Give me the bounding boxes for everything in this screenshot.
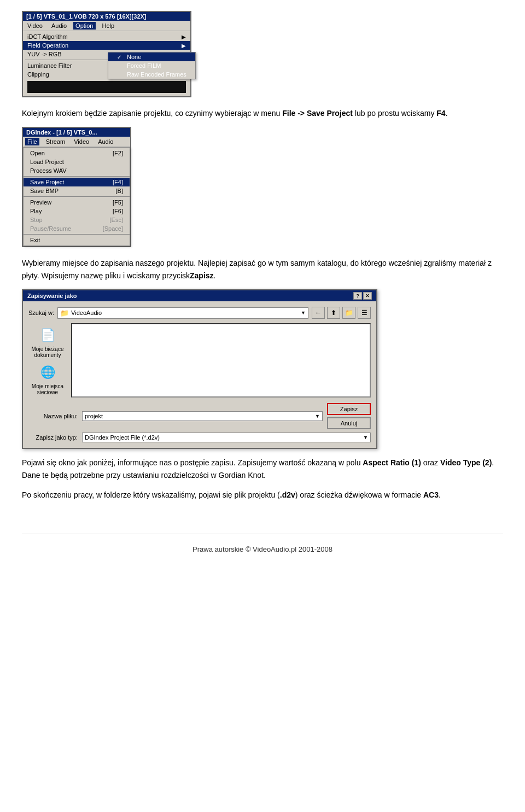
close-button[interactable]: ✕ xyxy=(363,292,372,300)
file-stop: Stop [Esc] xyxy=(24,215,130,224)
dgindex-window1: [1 / 5] VTS_01_1.VOB 720 x 576 [16X][32X… xyxy=(22,11,191,97)
save-dialog-body: Szukaj w: 📁 VideoAudio ▼ ← ⬆ 📁 ☰ 📄 Moje … xyxy=(23,301,376,448)
menu-stream[interactable]: Stream xyxy=(44,138,67,145)
filetype-row: Zapisz jako typ: DGIndex Project File (*… xyxy=(28,433,371,442)
field-op-submenu: ✓ None Forced FILM Raw Encoded Frames xyxy=(108,52,196,79)
back-button[interactable]: ← xyxy=(312,307,325,319)
footer: Prawa autorskie © VideoAudio.pl 2001-200… xyxy=(22,534,503,553)
file-menu-dropdown: Open [F2] Load Project Process WAV Save … xyxy=(23,147,130,246)
screenshot2-container: DGIndex - [1 / 5] VTS_0... File Stream V… xyxy=(22,127,503,247)
save-file-area xyxy=(71,323,371,398)
submenu-raw-frames[interactable]: Raw Encoded Frames xyxy=(108,70,195,79)
my-documents-item[interactable]: 📄 Moje bieżące dokumenty xyxy=(31,325,64,358)
paragraph4: Po skończeniu pracy, w folderze który ws… xyxy=(22,489,503,501)
dgindex-titlebar1: [1 / 5] VTS_01_1.VOB 720 x 576 [16X][32X… xyxy=(23,12,190,21)
filename-arrow-icon: ▼ xyxy=(315,413,320,419)
save-button[interactable]: Zapisz xyxy=(327,403,371,415)
my-network-item[interactable]: 🌐 Moje miejsca sieciowe xyxy=(31,363,64,395)
save-bottom: Nazwa pliku: projekt ▼ Zapisz Anuluj Zap… xyxy=(28,403,371,442)
dgindex-menubar1[interactable]: Video Audio Option Help xyxy=(23,21,190,31)
view-button[interactable]: ☰ xyxy=(358,307,371,319)
my-network-icon: 🌐 xyxy=(38,363,57,382)
file-exit[interactable]: Exit xyxy=(24,236,130,244)
file-save-bmp[interactable]: Save BMP [B] xyxy=(24,186,130,195)
up-folder-button[interactable]: ⬆ xyxy=(327,307,340,319)
save-main-area: 📄 Moje bieżące dokumenty 🌐 Moje miejsca … xyxy=(28,323,371,398)
menu-video[interactable]: Video xyxy=(25,22,45,30)
menu-file[interactable]: File xyxy=(25,138,39,145)
folder-icon: 📁 xyxy=(60,309,69,317)
arrow-icon: ▶ xyxy=(182,34,186,40)
save-dialog: Zapisywanie jako ? ✕ Szukaj w: 📁 VideoAu… xyxy=(22,289,377,449)
window-buttons: ? ✕ xyxy=(353,292,372,300)
save-toolbar: ← ⬆ 📁 ☰ xyxy=(312,307,371,319)
paragraph2: Wybieramy miejsce do zapisania naszego p… xyxy=(22,257,503,282)
file-play[interactable]: Play [F6] xyxy=(24,207,130,215)
file-process-wav[interactable]: Process WAV xyxy=(24,166,130,175)
save-sidebar: 📄 Moje bieżące dokumenty 🌐 Moje miejsca … xyxy=(28,323,67,398)
option-menu-body: iDCT Algorithm ▶ Field Operation ▶ ✓ Non… xyxy=(23,31,190,96)
filetype-input[interactable]: DGIndex Project File (*.d2v) ▼ xyxy=(82,433,371,442)
dgindex-menubar2[interactable]: File Stream Video Audio xyxy=(23,137,130,147)
file-open[interactable]: Open [F2] xyxy=(24,149,130,157)
my-documents-icon: 📄 xyxy=(38,325,57,345)
file-pause-resume: Pause/Resume [Space] xyxy=(24,224,130,233)
dgindex-window2: DGIndex - [1 / 5] VTS_0... File Stream V… xyxy=(22,127,131,247)
cancel-button[interactable]: Anuluj xyxy=(327,417,371,429)
paragraph3: Pojawi się okno jak poniżej, informujące… xyxy=(22,457,503,481)
filename-row: Nazwa pliku: projekt ▼ Zapisz Anuluj xyxy=(28,403,371,429)
arrow-icon: ▶ xyxy=(182,43,186,49)
save-location-row: Szukaj w: 📁 VideoAudio ▼ ← ⬆ 📁 ☰ xyxy=(28,307,371,319)
submenu-forced-film[interactable]: Forced FILM xyxy=(108,61,195,70)
save-buttons: Zapisz Anuluj xyxy=(327,403,371,429)
file-load-project[interactable]: Load Project xyxy=(24,157,130,166)
menu-item-field-op[interactable]: Field Operation ▶ ✓ None Forced FILM Raw… xyxy=(23,41,190,50)
save-location-combo[interactable]: 📁 VideoAudio ▼ xyxy=(57,307,308,319)
save-dialog-titlebar: Zapisywanie jako ? ✕ xyxy=(23,290,376,301)
paragraph1: Kolejnym krokiem będzie zapisanie projek… xyxy=(22,107,503,119)
filename-input[interactable]: projekt ▼ xyxy=(82,411,323,421)
file-preview[interactable]: Preview [F5] xyxy=(24,198,130,207)
screenshot1-container: [1 / 5] VTS_01_1.VOB 720 x 576 [16X][32X… xyxy=(22,11,503,97)
new-folder-button[interactable]: 📁 xyxy=(342,307,355,319)
combo-arrow-icon: ▼ xyxy=(301,310,306,316)
file-save-project[interactable]: Save Project [F4] xyxy=(24,178,130,186)
dgindex-titlebar2: DGIndex - [1 / 5] VTS_0... xyxy=(23,128,130,137)
filetype-arrow-icon: ▼ xyxy=(363,435,368,440)
menu-video2[interactable]: Video xyxy=(72,138,91,145)
menu-item-idct[interactable]: iDCT Algorithm ▶ xyxy=(23,32,190,41)
menu-audio2[interactable]: Audio xyxy=(96,138,115,145)
menu-audio[interactable]: Audio xyxy=(49,22,69,30)
submenu-none[interactable]: ✓ None xyxy=(108,52,195,61)
menu-help[interactable]: Help xyxy=(100,22,117,30)
menu-option[interactable]: Option xyxy=(73,22,95,30)
help-button[interactable]: ? xyxy=(353,292,362,300)
